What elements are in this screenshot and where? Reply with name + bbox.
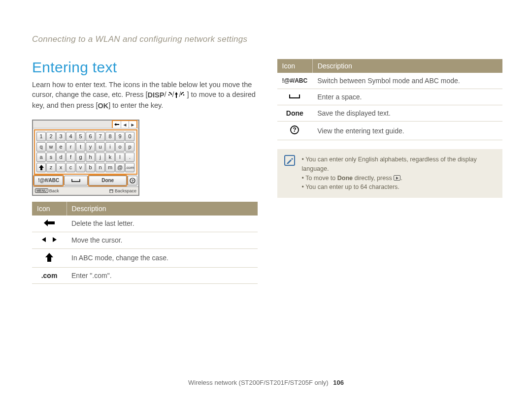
th-icon: Icon [32, 202, 66, 216]
row-desc: Switch between Symbol mode and ABC mode. [312, 73, 502, 89]
footer-text: Wireless network (ST200F/ST201F/ST205F o… [188, 379, 329, 386]
note-item: To move to Done directly, press . [302, 174, 496, 183]
space-key [64, 176, 88, 185]
footer-back-label: Back [49, 188, 59, 193]
kb-back-icon [113, 121, 121, 128]
note-item: You can enter only English alphabets, re… [302, 155, 496, 174]
keyboard-key: x [56, 163, 66, 172]
menu-badge: MENU [35, 188, 48, 193]
mode-switch-key: !@#/ABC [34, 176, 63, 185]
note-box: You can enter only English alphabets, re… [277, 149, 503, 198]
backspace-arrow-icon [44, 219, 55, 228]
svg-point-1 [183, 94, 184, 95]
row-desc: Enter a space. [312, 89, 502, 105]
trash-icon [109, 189, 114, 193]
keyboard-key: d [56, 153, 66, 162]
keyboard-key: . [125, 153, 134, 162]
keyboard-key: r [66, 142, 75, 152]
row-desc: Enter ".com". [66, 267, 258, 283]
mode-text-icon: !@#/ABC [277, 73, 313, 89]
intro-paragraph: Learn how to enter text. The icons in th… [32, 80, 258, 111]
keyboard-key: u [96, 142, 105, 152]
row-desc: Move the cursor. [66, 232, 258, 248]
row-desc: View the entering text guide. [312, 122, 502, 140]
note-list: You can enter only English alphabets, re… [302, 155, 496, 192]
keyboard-bottom-row: !@#/ABC Done ? [34, 176, 137, 185]
th-desc: Description [66, 202, 258, 216]
table-row: !@#/ABC Switch between Symbol mode and A… [277, 73, 503, 89]
keyboard-key: b [86, 163, 95, 172]
table-row: .com Enter ".com". [32, 267, 258, 283]
keyboard-key: 0 [125, 132, 134, 141]
keyboard-key: t [76, 142, 85, 152]
done-key: Done [89, 176, 127, 185]
left-column: Entering text Learn how to enter text. T… [32, 59, 258, 284]
keyboard-key: k [105, 153, 115, 162]
keyboard-key: @ [115, 163, 125, 172]
breadcrumb: Connecting to a WLAN and configuring net… [32, 34, 502, 44]
page-footer: Wireless network (ST200F/ST201F/ST205F o… [0, 379, 532, 386]
keyboard-key [36, 163, 46, 172]
keyboard-key: 3 [56, 132, 66, 141]
keyboard-key: c [66, 163, 75, 172]
keyboard-key: z [46, 163, 56, 172]
keyboard-key: q [36, 142, 46, 152]
th-icon: Icon [277, 59, 313, 73]
table-row: Move the cursor. [32, 232, 258, 248]
keyboard-key: i [105, 142, 115, 152]
keyboard-key: e [56, 142, 66, 152]
icon-table-left: Icon Description Delete the last letter.… [32, 202, 258, 284]
table-row: ? View the entering text guide. [277, 122, 503, 140]
row-desc: Save the displayed text. [312, 105, 502, 122]
keyboard-key: m [105, 163, 115, 172]
spacebar-icon [289, 93, 300, 101]
keyboard-key: 5 [76, 132, 85, 141]
table-row: Delete the last letter. [32, 216, 258, 232]
keyboard-top-bar: ◄ ► [33, 121, 138, 128]
keyboard-key: n [96, 163, 105, 172]
page-number: 106 [333, 379, 344, 386]
keyboard-illustration: ◄ ► 1234567890qwertyuiopasdfghjkl.zxcvbn… [32, 120, 139, 196]
kb-left-icon: ◄ [121, 121, 129, 128]
keyboard-key: w [46, 142, 56, 152]
shift-arrow-icon [45, 253, 53, 263]
keyboard-key: 2 [46, 132, 56, 141]
keyboard-key: 4 [66, 132, 75, 141]
icon-table-right: Icon Description !@#/ABC Switch between … [277, 59, 503, 140]
row-desc: In ABC mode, change the case. [66, 248, 258, 267]
th-desc: Description [312, 59, 502, 73]
keyboard-key: f [66, 153, 75, 162]
nav-icons-inline: /// [164, 91, 187, 98]
help-key: ? [128, 176, 137, 185]
keyboard-key: p [125, 142, 134, 152]
table-row: Enter a space. [277, 89, 503, 105]
keyboard-key: y [86, 142, 95, 152]
keyboard-keys: 1234567890qwertyuiopasdfghjkl.zxcvbnm@.c… [34, 129, 137, 175]
help-circle-icon: ? [290, 125, 299, 136]
svg-point-0 [168, 94, 169, 95]
note-icon [284, 155, 295, 166]
keyboard-key: h [86, 153, 95, 162]
done-text-icon: Done [277, 105, 313, 122]
keyboard-key: o [115, 142, 125, 152]
keyboard-key: 8 [105, 132, 115, 141]
row-desc: Delete the last letter. [66, 216, 258, 232]
ok-label: OK [98, 101, 109, 111]
svg-rect-4 [110, 190, 113, 193]
keyboard-key: 9 [115, 132, 125, 141]
cursor-arrows-icon [41, 236, 58, 245]
keyboard-key: v [76, 163, 85, 172]
keyboard-top-buttons: ◄ ► [112, 120, 137, 128]
dotcom-icon: .com [32, 267, 66, 283]
keyboard-key: 6 [86, 132, 95, 141]
keyboard-key: l [115, 153, 125, 162]
right-column: Icon Description !@#/ABC Switch between … [277, 59, 503, 284]
play-button-icon [394, 175, 400, 181]
note-item: You can enter up to 64 characters. [302, 183, 496, 192]
keyboard-key: g [76, 153, 85, 162]
page-title: Entering text [32, 59, 258, 76]
svg-text:?: ? [132, 179, 134, 183]
footer-backspace-label: Backspace [115, 188, 136, 193]
svg-text:?: ? [293, 126, 297, 133]
disp-label: DISP [148, 90, 165, 100]
